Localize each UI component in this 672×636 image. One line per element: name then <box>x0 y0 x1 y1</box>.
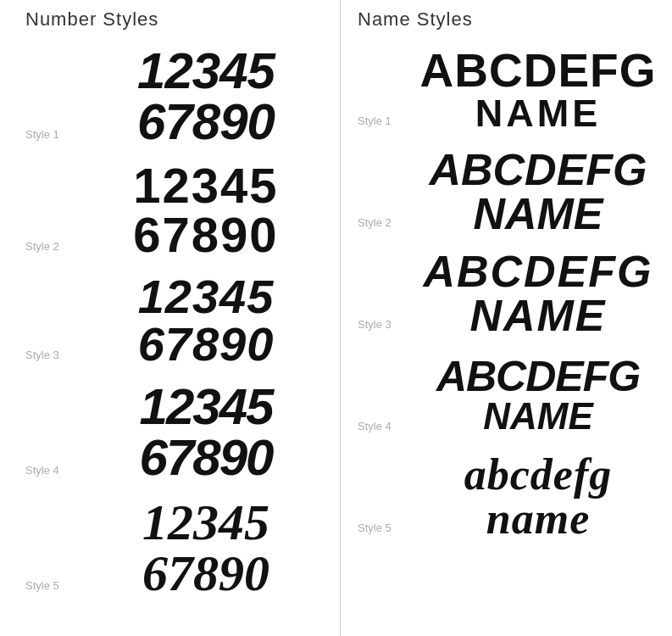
name-style-4-label: Style 4 <box>358 420 404 439</box>
name-style-2-content: ABCDEFG NAME <box>404 148 672 236</box>
number-style-2-line1: 12345 <box>133 161 278 210</box>
number-style-2-content: 12345 67890 <box>72 161 340 259</box>
name-style-3-row: Style 3 ABCDEFG NAME <box>358 243 672 344</box>
number-style-3-line1: 12345 <box>138 273 275 321</box>
number-style-2-label: Style 2 <box>25 240 72 259</box>
number-style-4-label: Style 4 <box>25 464 72 483</box>
name-style-1-label: Style 1 <box>358 114 404 134</box>
name-style-3-line2: NAME <box>469 293 606 338</box>
page: Number Styles Style 1 12345 67890 Style … <box>0 0 672 636</box>
name-style-5-line1: abcdefg <box>464 453 612 497</box>
number-style-3-content: 12345 67890 <box>72 273 340 368</box>
name-style-4-line1: ABCDEFG <box>436 355 640 398</box>
name-style-4-content: ABCDEFG NAME <box>404 355 672 435</box>
name-style-2-row: Style 2 ABCDEFG NAME <box>358 141 672 243</box>
number-style-3-line2: 67890 <box>138 321 275 368</box>
name-style-4-row: Style 4 ABCDEFG NAME <box>358 344 672 446</box>
number-style-1-content: 12345 67890 <box>72 46 340 148</box>
number-style-1-line1: 12345 <box>137 46 275 97</box>
number-style-4-line2: 67890 <box>140 432 273 483</box>
name-style-3-line1: ABCDEFG <box>423 249 653 293</box>
number-style-3-label: Style 3 <box>25 349 72 368</box>
name-style-2-line2: NAME <box>473 192 603 236</box>
name-style-2-line1: ABCDEFG <box>429 148 647 192</box>
name-style-1-line2: NAME <box>475 94 602 132</box>
number-style-1-row: Style 1 12345 67890 <box>25 39 340 154</box>
number-style-5-line1: 12345 <box>142 497 269 548</box>
number-style-4-content: 12345 67890 <box>72 382 340 483</box>
name-style-1-content: ABCDEFG NAME <box>404 47 672 132</box>
number-style-5-row: Style 5 12345 67890 <box>25 490 340 605</box>
name-style-5-label: Style 5 <box>358 522 404 541</box>
number-style-1-label: Style 1 <box>25 128 72 148</box>
name-style-2-label: Style 2 <box>358 216 404 236</box>
name-style-4-line2: NAME <box>483 398 593 435</box>
name-style-5-row: Style 5 abcdefg name <box>358 446 672 548</box>
number-style-4-row: Style 4 12345 67890 <box>25 375 340 490</box>
name-styles-column: Name Styles Style 1 ABCDEFG NAME Style 2… <box>340 0 672 636</box>
name-style-5-content: abcdefg name <box>404 453 672 541</box>
number-styles-title: Number Styles <box>25 8 340 31</box>
number-style-2-row: Style 2 12345 67890 <box>25 154 340 266</box>
number-style-2-line2: 67890 <box>133 210 278 259</box>
number-style-5-content: 12345 67890 <box>72 497 340 599</box>
number-style-5-label: Style 5 <box>25 579 72 599</box>
name-style-1-line1: ABCDEFG <box>420 47 657 94</box>
number-style-1-line2: 67890 <box>137 97 275 148</box>
name-style-3-label: Style 3 <box>358 318 404 338</box>
name-styles-title: Name Styles <box>358 8 672 31</box>
number-style-3-row: Style 3 12345 67890 <box>25 266 340 375</box>
name-style-5-line2: name <box>486 497 590 541</box>
number-style-5-line2: 67890 <box>142 548 269 599</box>
number-style-4-line1: 12345 <box>140 382 273 432</box>
name-style-1-row: Style 1 ABCDEFG NAME <box>358 39 672 141</box>
name-style-3-content: ABCDEFG NAME <box>404 249 672 338</box>
number-styles-column: Number Styles Style 1 12345 67890 Style … <box>0 0 340 636</box>
